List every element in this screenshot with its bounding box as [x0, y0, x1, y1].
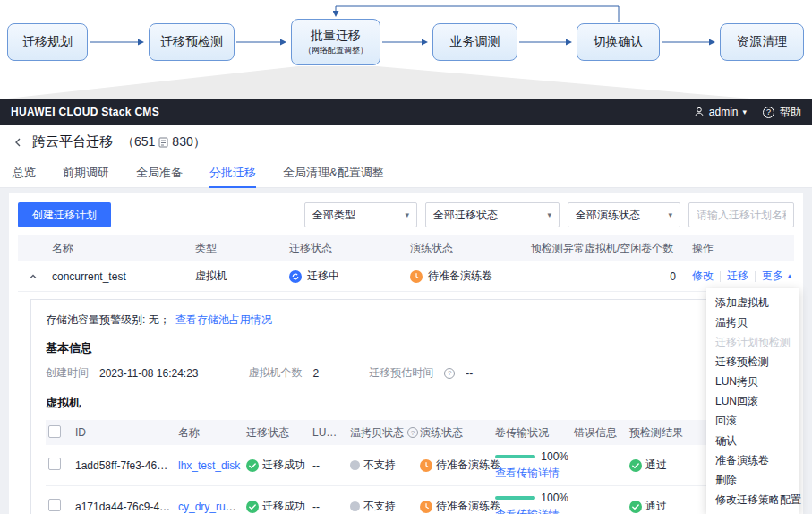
migrate-link[interactable]: 迁移 [727, 269, 748, 284]
question-icon[interactable]: ? [763, 107, 774, 118]
storage-usage-link[interactable]: 查看存储池占用情况 [175, 313, 272, 328]
vm-name-link[interactable]: lhx_test_disk [178, 459, 240, 472]
flow-step-label: 批量迁移 [311, 28, 361, 44]
transfer-detail-link[interactable]: 查看传输详情 [495, 507, 568, 514]
plan-migration-status: 迁移中 [286, 269, 406, 284]
plan-table: 名称 类型 迁移状态 演练状态 预检测异常虚拟机/空闲卷个数 操作 concur… [18, 235, 794, 514]
col-name: 名称 [48, 241, 192, 256]
create-plan-button[interactable]: 创建迁移计划 [18, 202, 111, 227]
chevron-up-icon [29, 272, 38, 281]
filter-drill-value: 全部演练状态 [576, 208, 640, 223]
flow-step-switch-confirm: 切换确认 [577, 23, 660, 61]
vm-id: a171da44-76c9-48ac... [73, 501, 175, 513]
brand-title: HUAWEI CLOUD Stack CMS [11, 106, 159, 118]
basic-info-title: 基本信息 [46, 340, 777, 356]
migration-plan-panel: 创建迁移计划 全部类型 ▾ 全部迁移状态 ▾ 全部演练状态 ▾ [9, 193, 803, 514]
status-text: 待准备演练卷 [436, 458, 500, 473]
menu-item-rollback[interactable]: 回滚 [706, 411, 799, 431]
vm-table-row: a171da44-76c9-48ac... cy_dry_run_20... 迁… [46, 486, 777, 514]
count-suffix: 830） [172, 134, 205, 150]
divider [720, 271, 721, 282]
help-link[interactable]: 帮助 [780, 105, 801, 120]
col-volume-transfer: 卷传输状况 [492, 425, 571, 441]
status-text: 待准备演练卷 [436, 499, 500, 514]
vm-name-link[interactable]: cy_dry_run_20... [178, 501, 244, 513]
tab-preliminary-research[interactable]: 前期调研 [63, 158, 109, 188]
tab-global-preparation[interactable]: 全局准备 [136, 158, 183, 188]
tab-global-cleanup[interactable]: 全局清理&配置调整 [283, 158, 384, 188]
status-text: 迁移中 [307, 269, 339, 284]
modify-link[interactable]: 修改 [692, 269, 714, 284]
search-input[interactable] [688, 202, 794, 227]
vm-table: ID 名称 迁移状态 LUN拷... 温拷贝状态 ? 演练状态 卷传输状况 错误… [46, 420, 777, 514]
app-header: HUAWEI CLOUD Stack CMS admin ▾ ? 帮助 [0, 99, 812, 125]
estimate-time-value: -- [466, 367, 473, 380]
count-prefix: （651 [122, 134, 155, 150]
clock-icon [420, 501, 432, 513]
check-icon [629, 459, 642, 472]
estimate-time-label: 迁移预估时间 [369, 365, 433, 381]
vm-table-row: 1add58ff-7fe3-46e8-... lhx_test_disk 迁移成… [46, 445, 777, 486]
more-link[interactable]: 更多 [762, 269, 783, 284]
select-all-checkbox[interactable] [48, 425, 61, 438]
row-checkbox[interactable] [48, 458, 61, 470]
menu-item-confirm[interactable]: 确认 [706, 431, 799, 450]
tab-bar: 总览 前期调研 全局准备 分批迁移 全局清理&配置调整 [0, 158, 812, 188]
plan-counts: （651 830） [122, 134, 206, 150]
vm-count-field: 虚拟机个数 2 [249, 365, 320, 381]
vm-id: 1add58ff-7fe3-46e8-... [73, 459, 175, 472]
status-text: 不支持 [363, 458, 396, 473]
tab-batch-migration[interactable]: 分批迁移 [209, 158, 256, 188]
flow-step-label: 业务调测 [450, 34, 500, 50]
select-all-cell [46, 425, 73, 441]
menu-item-migration-precheck[interactable]: 迁移预检测 [706, 352, 799, 372]
filter-type-select[interactable]: 全部类型 ▾ [304, 202, 417, 227]
row-checkbox[interactable] [48, 499, 61, 511]
divider [755, 271, 756, 282]
check-icon [246, 501, 259, 513]
status-text: 不支持 [363, 499, 396, 514]
menu-item-add-vm[interactable]: 添加虚拟机 [706, 293, 799, 313]
vm-count-label: 虚拟机个数 [249, 365, 303, 381]
flow-step-label: 资源清理 [737, 34, 787, 50]
back-icon[interactable] [13, 137, 23, 148]
user-menu[interactable]: admin ▾ [694, 106, 747, 118]
warm-copy-status: 不支持 [347, 499, 417, 514]
transfer-detail-link[interactable]: 查看传输详情 [495, 466, 568, 481]
col-lun-copy: LUN拷... [310, 425, 347, 441]
tab-overview[interactable]: 总览 [13, 158, 36, 188]
abnormal-count-value: 0 [527, 270, 688, 283]
created-time-value: 2023-11-08 16:24:23 [99, 367, 199, 380]
user-icon [694, 107, 705, 117]
collapse-row-button[interactable] [18, 272, 48, 281]
flow-step-label: 切换确认 [594, 34, 644, 50]
info-icon[interactable]: ? [444, 368, 455, 379]
volume-transfer-cell: 100% 查看传输详情 [492, 450, 571, 481]
chevron-down-icon: ▾ [547, 211, 551, 219]
menu-item-delete[interactable]: 删除 [706, 470, 799, 490]
plan-name: concurrent_test [48, 270, 192, 283]
filter-migration-value: 全部迁移状态 [433, 208, 498, 223]
lun-copy-value: -- [310, 459, 347, 472]
col-error: 错误信息 [571, 425, 627, 441]
caret-up-icon: ▲ [786, 272, 793, 280]
menu-item-lun-rollback[interactable]: LUN回滚 [706, 391, 799, 411]
progress-bar [495, 455, 535, 458]
chevron-down-icon: ▾ [405, 211, 409, 219]
progress-bar [495, 496, 535, 500]
basic-info-fields: 创建时间 2023-11-08 16:24:23 虚拟机个数 2 迁移预估时间 … [46, 365, 777, 381]
flow-step-precheck: 迁移预检测 [149, 23, 235, 61]
lun-copy-value: -- [310, 501, 347, 513]
filter-migration-status-select[interactable]: 全部迁移状态 ▾ [425, 202, 560, 227]
checkbox-cell [46, 458, 73, 473]
menu-item-prepare-drill-volume[interactable]: 准备演练卷 [706, 450, 799, 470]
breadcrumb: 跨云平台迁移 （651 830） [0, 125, 812, 158]
menu-item-warm-copy[interactable]: 温拷贝 [706, 313, 799, 332]
menu-item-modify-strategy[interactable]: 修改迁移策略配置 [706, 490, 799, 510]
col-migration-status: 迁移状态 [286, 241, 406, 256]
flow-step-label: 迁移预检测 [160, 34, 223, 50]
menu-item-lun-copy[interactable]: LUN拷贝 [706, 372, 799, 391]
page-title: 跨云平台迁移 [32, 133, 113, 150]
page: 迁移规划 迁移预检测 批量迁移 （网络配置调整） 业务调测 切换确认 资源清理 … [0, 0, 812, 514]
filter-drill-status-select[interactable]: 全部演练状态 ▾ [568, 202, 680, 227]
